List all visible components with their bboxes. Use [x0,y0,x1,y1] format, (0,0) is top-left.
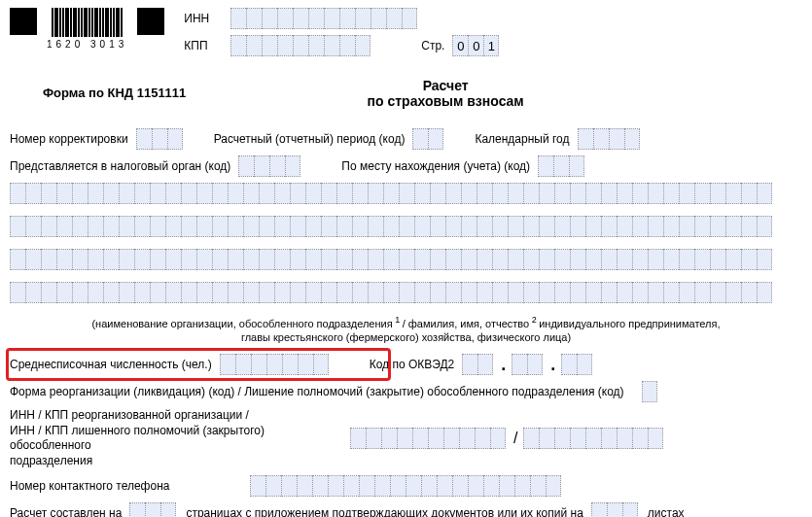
barcode: 1620 3013 [47,8,127,50]
location-field[interactable] [538,155,584,177]
kpp-label: КПП [184,39,223,52]
compiled-label-3: листах [648,506,685,517]
phone-label: Номер контактного телефона [10,479,169,493]
slash-separator: / [508,430,523,447]
correction-field[interactable] [136,128,183,150]
reorg-innkpp-label-3: подразделения [10,454,92,467]
okved-field-1[interactable] [462,354,493,375]
year-label: Календарный год [475,132,569,146]
org-name-note: (наименование организации, обособленного… [10,315,802,344]
reorg-label: Форма реорганизации (ликвидация) (код) /… [10,385,624,398]
org-name-line-2[interactable] [10,216,800,237]
inn-label: ИНН [184,12,223,25]
page-field: 001 [452,35,499,56]
tax-authority-field[interactable] [238,155,300,177]
kpp-field[interactable] [230,35,371,56]
tax-authority-label: Представляется в налоговый орган (код) [10,159,230,173]
marker-square-right [137,8,164,35]
headcount-field[interactable] [220,354,329,375]
inn-field[interactable] [230,8,417,29]
barcode-number: 1620 3013 [47,39,127,50]
marker-square-left [10,8,37,35]
form-code: Форма по КНД 1151111 [43,86,186,100]
phone-field[interactable] [250,475,561,497]
org-name-line-3[interactable] [10,249,800,270]
compiled-label-2: страницах с приложением подтверждающих д… [186,506,583,517]
title-line1: Расчет [186,78,705,93]
attachments-count-field[interactable] [591,502,638,517]
location-label: По месту нахождения (учета) (код) [341,159,530,173]
page-label: Стр. [421,39,444,52]
title-line2: по страховым взносам [186,93,705,109]
period-field[interactable] [412,128,443,150]
correction-label: Номер корректировки [10,132,128,146]
reorg-kpp-field[interactable] [523,428,663,449]
org-name-line-1[interactable] [10,183,800,204]
reorg-code-field[interactable] [642,381,657,402]
dot-separator: . [545,355,561,375]
compiled-label-1: Расчет составлен на [10,506,122,517]
headcount-label: Среднесписочная численность (чел.) [10,358,212,371]
reorg-innkpp-label-2: ИНН / КПП лишенного полномочий (закрытог… [10,424,265,453]
okved-field-2[interactable] [512,354,543,375]
dot-separator: . [495,355,512,375]
okved-label: Код по ОКВЭД2 [370,358,455,371]
pages-count-field[interactable] [129,502,176,517]
reorg-inn-field[interactable] [350,428,506,449]
period-label: Расчетный (отчетный) период (код) [214,132,406,146]
okved-field-3[interactable] [561,354,592,375]
org-name-line-4[interactable] [10,282,800,303]
year-field[interactable] [578,128,640,150]
reorg-innkpp-label-1: ИНН / КПП реорганизованной организации / [10,408,249,422]
